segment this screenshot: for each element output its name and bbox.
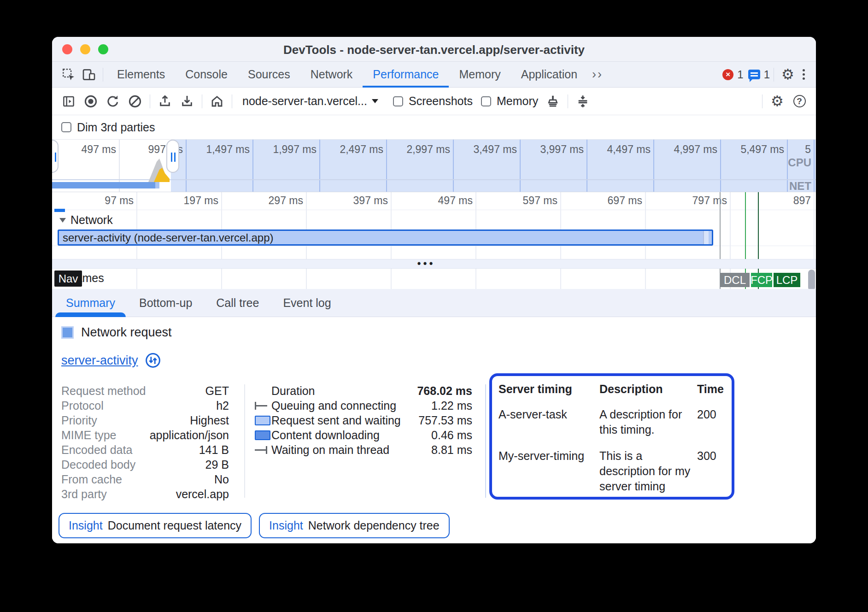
summary-header: Network request bbox=[81, 325, 172, 340]
devtools-tab[interactable]: Sources bbox=[238, 62, 300, 88]
request-detail-row: Priority Highest bbox=[61, 413, 229, 428]
vertical-scrollbar[interactable] bbox=[808, 270, 815, 289]
dim-3rd-parties-row: Dim 3rd parties bbox=[52, 115, 816, 139]
garbage-collect-icon[interactable] bbox=[542, 90, 564, 112]
request-details-list: Request method GET Protocol h2 Priority … bbox=[61, 383, 229, 501]
history-dropdown[interactable]: node-server-tan.vercel... bbox=[236, 94, 385, 108]
request-detail-row: MIME type application/json bbox=[61, 428, 229, 442]
timing-breakdown-list: Duration 768.02 ms Queuing and connectin… bbox=[255, 383, 472, 457]
record-icon[interactable] bbox=[80, 90, 102, 112]
more-tabs-button[interactable]: ›› bbox=[587, 67, 608, 82]
window-right-resize-handle[interactable] bbox=[166, 140, 179, 173]
performance-toolbar: node-server-tan.vercel... Screenshots Me… bbox=[52, 88, 816, 115]
help-icon[interactable]: ? bbox=[788, 90, 810, 112]
settings-gear-icon[interactable]: ⚙ bbox=[778, 65, 798, 85]
request-detail-row: Decoded body 29 B bbox=[61, 457, 229, 472]
devtools-tabbar: ElementsConsoleSourcesNetworkPerformance… bbox=[52, 62, 816, 88]
devtools-tab[interactable]: Console bbox=[175, 62, 238, 88]
lcp-marker-badge[interactable]: LCP bbox=[774, 273, 800, 287]
request-link[interactable]: server-activity bbox=[61, 353, 138, 368]
reveal-in-network-icon[interactable] bbox=[145, 352, 161, 369]
network-request-bar[interactable]: server-activity (node-server-tan.vercel.… bbox=[58, 230, 713, 246]
cpu-track-label: CPU bbox=[788, 156, 811, 169]
window-left-resize-handle[interactable] bbox=[52, 140, 59, 173]
timing-row: Queuing and connecting 1.22 ms bbox=[255, 398, 472, 413]
request-detail-row: Encoded data 141 B bbox=[61, 442, 229, 457]
memory-checkbox-row[interactable]: Memory bbox=[481, 94, 538, 108]
request-detail-row: Protocol h2 bbox=[61, 398, 229, 413]
divider bbox=[568, 94, 568, 108]
server-timing-card: Server timingDescriptionTime A-server-ta… bbox=[489, 373, 734, 500]
collapse-triangle-icon bbox=[59, 218, 66, 226]
server-timing-row: My-server-timing This is a description f… bbox=[499, 448, 732, 494]
error-icon: × bbox=[722, 69, 733, 80]
timing-row: Waiting on main thread 8.81 ms bbox=[255, 442, 472, 457]
devtools-tabs: ElementsConsoleSourcesNetworkPerformance… bbox=[107, 62, 587, 88]
panel-settings-gear-icon[interactable]: ⚙ bbox=[766, 90, 788, 112]
window-title: DevTools - node-server-tan.vercel.app/se… bbox=[52, 43, 816, 57]
divider bbox=[103, 68, 103, 82]
panel-tab[interactable]: Bottom-up bbox=[127, 289, 204, 317]
memory-checkbox[interactable] bbox=[481, 96, 491, 106]
request-detail-row: Request method GET bbox=[61, 383, 229, 398]
dim-3rd-parties-checkbox[interactable] bbox=[61, 122, 71, 132]
home-icon[interactable] bbox=[206, 90, 228, 112]
timeline-detail[interactable]: 97 ms197 ms297 ms397 ms497 ms597 ms697 m… bbox=[52, 192, 816, 289]
timing-phase-icon bbox=[255, 402, 271, 410]
request-bar-tail bbox=[703, 231, 709, 244]
request-detail-row: 3rd party vercel.app bbox=[61, 487, 229, 501]
issues-icon bbox=[748, 70, 760, 79]
toggle-sidebar-icon[interactable] bbox=[58, 90, 80, 112]
track-overflow-strip[interactable]: ••• bbox=[52, 259, 816, 269]
divider bbox=[244, 384, 245, 498]
reload-and-record-icon[interactable] bbox=[102, 90, 124, 112]
screenshots-checkbox-row[interactable]: Screenshots bbox=[393, 94, 473, 108]
network-request-swatch bbox=[61, 326, 74, 339]
dcl-marker-badge[interactable]: DCL bbox=[720, 273, 750, 287]
divider bbox=[485, 384, 486, 498]
issues-badge[interactable]: 1 bbox=[748, 68, 770, 81]
network-track-header[interactable]: Network bbox=[59, 213, 113, 227]
devtools-tab[interactable]: Application bbox=[511, 62, 587, 88]
fcp-marker-badge[interactable]: FCP bbox=[751, 273, 772, 287]
download-profile-icon[interactable] bbox=[176, 90, 198, 112]
upload-profile-icon[interactable] bbox=[154, 90, 176, 112]
divider bbox=[150, 94, 150, 108]
main-menu-kebab-icon[interactable] bbox=[798, 69, 809, 80]
insight-chips: Insight Document request latency Insight… bbox=[59, 513, 450, 538]
overview-network-bar bbox=[52, 182, 155, 188]
timing-phase-icon bbox=[255, 416, 271, 425]
collapse-tracks-icon[interactable] bbox=[572, 90, 594, 112]
devtools-tab[interactable]: Performance bbox=[363, 62, 449, 88]
devtools-tab[interactable]: Elements bbox=[107, 62, 175, 88]
panel-tab[interactable]: Call tree bbox=[204, 289, 271, 317]
chevron-down-icon bbox=[372, 99, 378, 106]
inspect-element-icon[interactable] bbox=[59, 65, 79, 85]
devtools-tab[interactable]: Network bbox=[300, 62, 363, 88]
titlebar: DevTools - node-server-tan.vercel.app/se… bbox=[52, 37, 816, 62]
console-errors-badge[interactable]: × 1 bbox=[722, 68, 743, 81]
server-timing-row: A-server-task A description for this tim… bbox=[499, 407, 732, 437]
devtools-tab[interactable]: Memory bbox=[449, 62, 510, 88]
panel-tab[interactable]: Summary bbox=[54, 289, 127, 317]
divider bbox=[774, 68, 774, 82]
request-detail-row: From cache No bbox=[61, 472, 229, 487]
insight-chip[interactable]: Insight Document request latency bbox=[59, 513, 252, 538]
divider bbox=[762, 94, 762, 108]
timeline-overview[interactable]: 497 ms997 ms1,497 ms1,997 ms2,497 ms2,99… bbox=[52, 139, 816, 192]
insight-chip[interactable]: Insight Network dependency tree bbox=[259, 513, 450, 538]
timing-row: Content downloading 0.46 ms bbox=[255, 428, 472, 442]
nav-tooltip-chip: Nav bbox=[54, 271, 82, 287]
panel-tab[interactable]: Event log bbox=[271, 289, 343, 317]
divider bbox=[202, 94, 202, 108]
device-toolbar-icon[interactable] bbox=[79, 65, 99, 85]
dim-3rd-parties-label: Dim 3rd parties bbox=[77, 121, 155, 134]
timing-phase-icon bbox=[255, 446, 271, 454]
clear-icon[interactable] bbox=[124, 90, 146, 112]
server-timing-header-cell: Time bbox=[697, 382, 732, 396]
screenshots-checkbox[interactable] bbox=[393, 96, 403, 106]
devtools-window: DevTools - node-server-tan.vercel.app/se… bbox=[52, 37, 816, 543]
divider bbox=[232, 94, 232, 108]
summary-panel: Network request server-activity Request … bbox=[52, 317, 816, 543]
timing-phase-icon bbox=[255, 430, 271, 440]
